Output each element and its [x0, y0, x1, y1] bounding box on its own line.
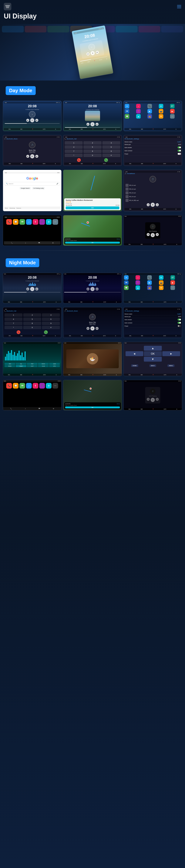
num-8[interactable]: 8	[83, 150, 101, 153]
eq-btn-1[interactable]: SRS	[4, 363, 15, 365]
night-bt-prev[interactable]: ⏮	[86, 327, 89, 330]
np-play[interactable]: ▶	[151, 233, 155, 237]
nav-ok-btn[interactable]: OK	[144, 351, 162, 356]
app-nav[interactable]: 🗺	[125, 109, 129, 114]
app-youtube[interactable]: ▶	[170, 109, 175, 114]
cp-spotify[interactable]: 🎵	[39, 219, 45, 225]
song-item-1[interactable]: 华乐_01.mp3	[126, 183, 180, 187]
nav-menu-btn[interactable]: MENU	[167, 365, 175, 367]
night-app-12[interactable]: 📻	[147, 285, 152, 290]
eq-btn-6[interactable]: BASS	[4, 365, 15, 367]
night-next-1[interactable]: ⏭	[35, 287, 38, 290]
next-btn-2[interactable]: ⏭	[96, 123, 99, 126]
night-app-7[interactable]: ▶	[147, 280, 152, 285]
app-messages[interactable]: 💬	[125, 114, 129, 119]
answer-call-btn[interactable]: 📞	[104, 158, 108, 162]
night-app-1[interactable]: ✈	[124, 275, 129, 280]
night-auto-connect-toggle[interactable]	[178, 322, 181, 324]
google-search-bar[interactable]: 🔍 Search 🎤	[4, 182, 60, 186]
night-cp-settings[interactable]: ⚙	[46, 383, 52, 389]
night-play-2[interactable]: ⏸	[90, 287, 95, 291]
song-item-4[interactable]: 华乐_04.mp3	[126, 195, 180, 198]
num-6[interactable]: 6	[102, 145, 120, 149]
hero-play-btn[interactable]: ⏸	[90, 51, 95, 55]
night-nav-go[interactable]: GO	[65, 406, 120, 408]
night-prev-1[interactable]: ⏮	[26, 287, 29, 290]
night-cp-messages[interactable]: 💬	[13, 383, 19, 389]
app-media[interactable]: ▶	[148, 109, 152, 114]
night-num-3[interactable]: 3	[42, 313, 60, 317]
num-0[interactable]: 0	[83, 154, 101, 157]
app-telegram[interactable]: ✈	[125, 104, 129, 108]
num-5[interactable]: 5	[83, 145, 101, 149]
app-radio[interactable]: 📻	[148, 114, 152, 119]
night-app-4[interactable]: ⚙	[159, 275, 163, 280]
next-btn-1[interactable]: ⏭	[35, 119, 38, 122]
app-music[interactable]: ♪	[136, 104, 141, 108]
social-next-btn[interactable]: ⏭	[156, 203, 159, 206]
night-app-8[interactable]: 📷	[159, 280, 163, 285]
cp-more[interactable]: ⋯	[52, 219, 58, 225]
num-9[interactable]: 9	[102, 150, 120, 153]
np-next[interactable]: ⏭	[156, 233, 159, 236]
nav-go-btn[interactable]: GO	[65, 242, 120, 244]
cp-phone[interactable]: 📞	[6, 219, 12, 225]
auto-answer-toggle[interactable]	[178, 147, 181, 148]
night-cp-dock-music[interactable]: ♪	[25, 408, 26, 409]
app-weather[interactable]: ☁	[136, 114, 141, 119]
go-button[interactable]: GO	[66, 207, 119, 209]
num-1[interactable]: 1	[65, 141, 83, 145]
night-cp-dock-home[interactable]: ⊙	[53, 408, 54, 409]
hero-prev-btn[interactable]: ⏮	[86, 52, 90, 56]
cp-music[interactable]: ♪	[26, 219, 32, 225]
app-more[interactable]: ⋯	[170, 114, 175, 119]
app-camera[interactable]: 📷	[159, 109, 163, 114]
night-app-14[interactable]: ⋯	[170, 285, 175, 290]
prev-btn-1[interactable]: ⏮	[26, 119, 29, 122]
app-bt[interactable]: BT	[170, 104, 175, 108]
night-end-call[interactable]: 📞	[17, 330, 20, 334]
cp-dock-home[interactable]: ⊙	[52, 242, 54, 244]
eq-btn-3[interactable]: POP	[27, 363, 37, 365]
night-answer-call[interactable]: 📞	[44, 330, 48, 334]
night-num-6[interactable]: 6	[42, 317, 60, 321]
nav-up-btn[interactable]: ▲	[144, 346, 162, 351]
nav-left-btn[interactable]: ◄	[126, 351, 143, 356]
eq-btn-8[interactable]: FLAT	[27, 365, 37, 367]
app-phone[interactable]: 📞	[148, 104, 152, 108]
num-star[interactable]: *	[65, 154, 83, 157]
eq-btn-7[interactable]: USER	[16, 365, 26, 367]
night-app-9[interactable]: ▶	[170, 280, 175, 285]
num-7[interactable]: 7	[65, 150, 83, 153]
night-auto-answer-row[interactable]: Auto answer	[125, 318, 181, 321]
bt-next-btn[interactable]: ⏭	[35, 155, 38, 158]
bt-play-btn[interactable]: ▶	[30, 154, 34, 158]
song-item-2[interactable]: 华乐_02.mp3	[126, 187, 180, 191]
app-settings[interactable]: ⚙	[159, 104, 163, 108]
night-app-3[interactable]: 📞	[147, 275, 152, 280]
num-4[interactable]: 4	[65, 145, 83, 149]
prev-btn-2[interactable]: ⏮	[86, 123, 89, 126]
night-auto-connect-row[interactable]: Auto connect	[125, 321, 181, 324]
eq-btn-10[interactable]: DTS	[49, 365, 60, 367]
song-item-3[interactable]: 华乐_03.mp3	[126, 191, 180, 195]
night-num-7[interactable]: 7	[4, 322, 23, 325]
nav-back-btn[interactable]: BACK	[150, 365, 156, 367]
night-num-star[interactable]: *	[4, 326, 23, 329]
night-cp-music[interactable]: ♪	[26, 383, 32, 389]
night-app-5[interactable]: 🗺	[124, 280, 129, 285]
night-cp-dock-maps[interactable]: 🗺	[38, 408, 40, 409]
night-np-next[interactable]: ⏭	[156, 398, 159, 401]
num-hash[interactable]: #	[102, 154, 120, 157]
eq-btn-4[interactable]: ROCK	[38, 363, 49, 365]
num-3[interactable]: 3	[102, 141, 120, 145]
night-cp-podcasts[interactable]: 🎙	[33, 383, 38, 389]
night-num-4[interactable]: 4	[4, 317, 23, 321]
night-np-prev[interactable]: ⏮	[147, 398, 150, 401]
app-maps[interactable]: 📍	[136, 109, 141, 114]
auto-connect-toggle[interactable]	[178, 150, 181, 152]
night-bt-next[interactable]: ⏭	[96, 327, 99, 330]
social-prev-btn[interactable]: ⏮	[147, 203, 150, 206]
night-play-1[interactable]: ⏸	[30, 287, 34, 291]
cp-podcasts[interactable]: 🎙	[33, 219, 38, 225]
